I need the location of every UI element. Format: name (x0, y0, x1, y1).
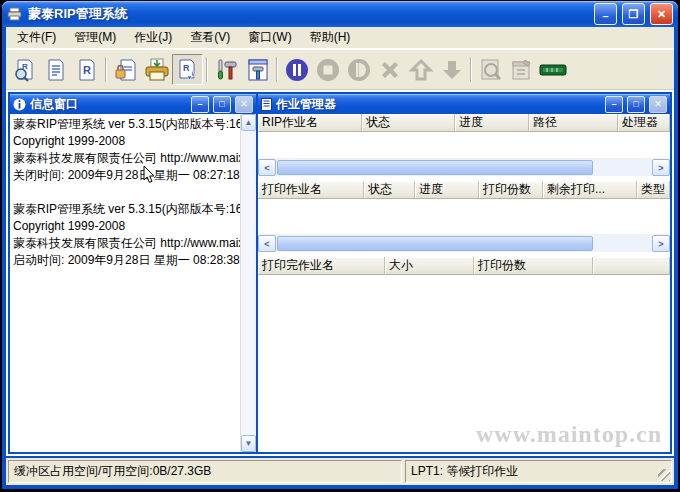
view-document-button[interactable] (40, 54, 71, 85)
printer-status-text: LPT1: 等候打印作业 (411, 463, 518, 480)
resize-grip[interactable] (658, 469, 670, 481)
finished-table-body[interactable]: www.maintop.cn (258, 275, 670, 452)
scrollbar-thumb[interactable] (277, 160, 593, 175)
job-manager-body: RIP作业名 状态 进度 路径 处理器 < > 打印作业名 状态 进度 (258, 114, 670, 452)
maximize-icon: □ (633, 99, 638, 109)
scroll-up-arrow-icon[interactable]: ▲ (241, 114, 256, 131)
scroll-left-arrow-icon[interactable]: < (258, 159, 276, 176)
lock-job-button[interactable] (110, 54, 141, 85)
rip-preview-button[interactable]: R (9, 54, 40, 85)
column-header-copies[interactable]: 打印份数 (474, 257, 593, 275)
minimize-icon: – (197, 99, 202, 109)
rip-table-body[interactable] (258, 132, 670, 158)
scrollbar-track[interactable] (276, 159, 652, 176)
job-manager-title: 作业管理器 (276, 96, 601, 113)
column-header-size[interactable]: 大小 (385, 257, 474, 275)
menu-view[interactable]: 查看(V) (181, 26, 239, 49)
watermark: www.maintop.cn (476, 421, 662, 448)
window-title: 蒙泰RIP管理系统 (28, 5, 589, 23)
info-close-button: ✕ (235, 96, 253, 113)
info-window-title: 信息窗口 (30, 96, 187, 113)
finished-table-header: 打印完作业名 大小 打印份数 (258, 257, 670, 275)
info-line (13, 184, 239, 201)
preview-button (475, 54, 506, 85)
column-header-processor[interactable]: 处理器 (618, 114, 670, 132)
toolbar-separator (470, 57, 472, 82)
maximize-button[interactable]: ❐ (622, 3, 645, 25)
tools-button[interactable] (211, 54, 242, 85)
densitometer-icon (539, 62, 567, 78)
pause-icon (284, 57, 310, 83)
rip-table-header: RIP作业名 状态 进度 路径 处理器 (258, 114, 670, 132)
status-bar: 缓冲区占用空间/可用空间:0B/27.3GB LPT1: 等候打印作业 (6, 458, 674, 485)
document-icon (44, 58, 68, 82)
print-table-hscrollbar[interactable]: < > (258, 234, 670, 252)
setup-button[interactable] (242, 54, 273, 85)
mdi-client-area: 信息窗口 – □ ✕ 蒙泰RIP管理系统 ver 5.3.15(内部版本号:16… (6, 90, 674, 456)
info-window-title-bar: 信息窗口 – □ ✕ (10, 94, 256, 114)
menu-job[interactable]: 作业(J) (125, 26, 181, 49)
column-header-rip-job-name[interactable]: RIP作业名 (258, 114, 362, 132)
job-manager-button[interactable]: R (172, 54, 203, 85)
job-manager-title-bar: 作业管理器 – □ ✕ (258, 94, 670, 114)
pause-button[interactable] (281, 54, 312, 85)
column-header-finished-job-name[interactable]: 打印完作业名 (258, 257, 385, 275)
toolbar-separator (206, 57, 208, 82)
move-up-button (405, 54, 436, 85)
densitometer-button[interactable] (537, 54, 568, 85)
info-line: 蒙泰RIP管理系统 ver 5.3.15(内部版本号:16 (13, 201, 239, 218)
column-header-type[interactable]: 类型 (637, 181, 670, 199)
maximize-icon: ❐ (629, 8, 639, 21)
delete-job-button (374, 54, 405, 85)
menu-window[interactable]: 窗口(W) (239, 26, 300, 49)
column-header-path[interactable]: 路径 (529, 114, 618, 132)
jobs-maximize-button[interactable]: □ (627, 96, 645, 113)
scroll-down-arrow-icon[interactable]: ▼ (241, 435, 256, 452)
tools-icon (215, 58, 239, 82)
menu-file[interactable]: 文件(F) (8, 26, 65, 49)
column-header-status[interactable]: 状态 (362, 114, 455, 132)
scroll-right-arrow-icon[interactable]: > (652, 159, 670, 176)
preview-icon (479, 58, 503, 82)
buffer-status-panel: 缓冲区占用空间/可用空间:0B/27.3GB (8, 460, 402, 483)
scroll-left-arrow-icon[interactable]: < (258, 235, 276, 252)
rip-file-button[interactable]: R (71, 54, 102, 85)
info-window: 信息窗口 – □ ✕ 蒙泰RIP管理系统 ver 5.3.15(内部版本号:16… (8, 92, 258, 454)
setup-icon (246, 58, 270, 82)
minimize-icon: – (602, 10, 608, 22)
column-header-empty (593, 257, 670, 275)
info-vertical-scrollbar[interactable]: ▲ ▼ (240, 114, 256, 452)
toolbar: R R (6, 49, 674, 90)
column-header-progress[interactable]: 进度 (455, 114, 529, 132)
rip-table-hscrollbar[interactable]: < > (258, 158, 670, 176)
move-down-button (436, 54, 467, 85)
scrollbar-thumb[interactable] (277, 236, 593, 251)
print-table-body[interactable] (258, 199, 670, 234)
column-header-print-job-name[interactable]: 打印作业名 (258, 181, 364, 199)
column-header-status[interactable]: 状态 (364, 181, 415, 199)
resume-icon (346, 57, 372, 83)
column-header-remaining[interactable]: 剩余打印... (543, 181, 637, 199)
info-line: 启动时间: 2009年9月28日 星期一 08:28:38 (13, 252, 239, 269)
svg-text:R: R (83, 64, 91, 76)
jobs-minimize-button[interactable]: – (605, 96, 623, 113)
info-minimize-button[interactable]: – (191, 96, 209, 113)
minimize-button[interactable]: – (594, 3, 617, 25)
application-window: 蒙泰RIP管理系统 – ❐ ✕ 文件(F) 管理(M) 作业(J) 查看(V) … (2, 1, 678, 489)
menu-help[interactable]: 帮助(H) (301, 26, 360, 49)
print-button[interactable] (141, 54, 172, 85)
toolbar-separator (276, 57, 278, 82)
close-icon: ✕ (654, 99, 662, 109)
properties-icon (510, 58, 534, 82)
menu-manage[interactable]: 管理(M) (65, 26, 125, 49)
info-line: 关闭时间: 2009年9月28日 星期一 08:27:18 (13, 167, 239, 184)
close-button[interactable]: ✕ (650, 3, 673, 25)
scrollbar-track[interactable] (276, 235, 652, 252)
info-maximize-button[interactable]: □ (213, 96, 231, 113)
scroll-right-arrow-icon[interactable]: > (652, 235, 670, 252)
info-icon (13, 98, 26, 111)
column-header-copies[interactable]: 打印份数 (479, 181, 543, 199)
info-line: 蒙泰RIP管理系统 ver 5.3.15(内部版本号:16 (13, 116, 239, 133)
column-header-progress[interactable]: 进度 (415, 181, 479, 199)
stop-icon (315, 57, 341, 83)
